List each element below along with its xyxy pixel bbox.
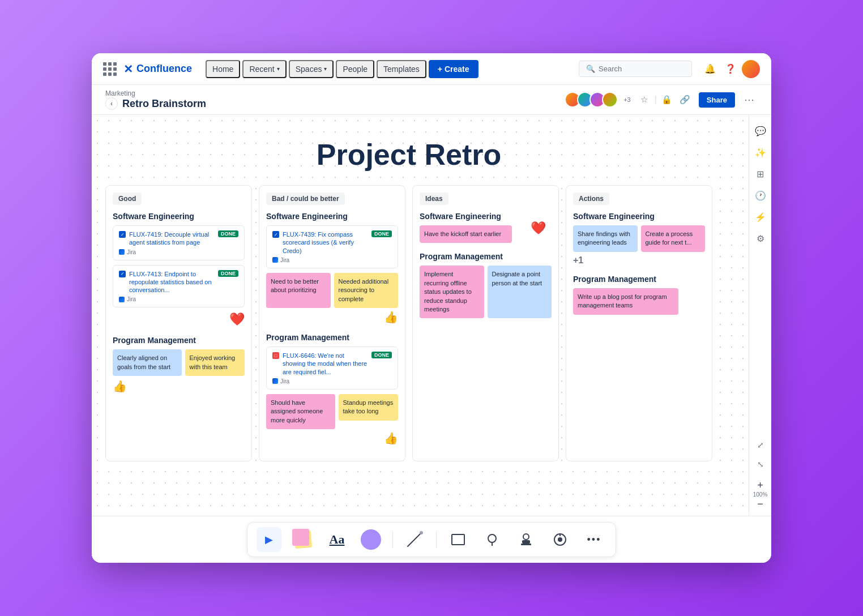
navbar-icons: 🔔 ❓ <box>701 60 760 78</box>
nav-spaces[interactable]: Spaces ▾ <box>289 60 334 78</box>
cursor-tool[interactable]: ▶ <box>257 527 281 552</box>
shape-tool[interactable] <box>358 527 383 552</box>
more-options-button[interactable]: ⋯ <box>741 91 758 108</box>
text-tool[interactable]: Aa <box>324 527 349 552</box>
column-ideas: Ideas Software Engineering Have the kick… <box>412 185 559 461</box>
toolbar-divider-1 <box>392 531 393 548</box>
jira-card-flux6646[interactable]: □ FLUX-6646: We're not showing the modal… <box>266 346 398 390</box>
jira-checkbox: □ <box>272 352 279 359</box>
jira-card-flux7413[interactable]: ✓ FLUX-7413: Endpoint to repopulate stat… <box>113 265 245 308</box>
confluence-logo-icon: ✕ <box>123 62 133 76</box>
svg-rect-2 <box>452 534 464 545</box>
lock-button[interactable]: 🔒 <box>659 92 675 108</box>
create-button[interactable]: + Create <box>429 60 479 78</box>
more-tools[interactable]: ••• <box>582 527 606 552</box>
nav-links: Home Recent ▾ Spaces ▾ People Templates … <box>206 60 574 78</box>
thumbs-reaction: 👍 <box>384 311 398 323</box>
notifications-button[interactable]: 🔔 <box>701 60 719 78</box>
sticky-note-blue-share: Share findings with engineering leads <box>573 225 638 252</box>
section-ideas-software: Software Engineering Have the kickoff st… <box>420 212 552 243</box>
sticky-note-yellow-enjoyed: Enjoyed working with this team <box>185 349 245 376</box>
stamp-tool[interactable] <box>514 527 539 552</box>
jira-icon <box>272 378 278 384</box>
share-button[interactable]: Share <box>699 92 735 108</box>
lasso-tool[interactable] <box>480 527 505 552</box>
canvas-area[interactable]: Project Retro Good Software Engineering … <box>92 115 749 516</box>
nav-templates[interactable]: Templates <box>377 60 426 78</box>
confluence-logo[interactable]: ✕ Confluence <box>123 62 192 76</box>
comment-sidebar-btn[interactable]: 💬 <box>751 122 770 140</box>
contract-btn[interactable]: ⤡ <box>753 456 768 472</box>
recent-dropdown-arrow: ▾ <box>277 66 280 72</box>
rectangle-tool[interactable] <box>446 527 471 552</box>
col-header-good: Good <box>113 192 142 205</box>
extra-collaborators-count: +3 <box>623 96 631 103</box>
help-button[interactable]: ❓ <box>721 60 740 78</box>
rectangle-icon <box>451 533 465 546</box>
jira-checkbox: ✓ <box>119 271 126 277</box>
svg-point-1 <box>420 531 423 534</box>
more-icon: ••• <box>587 534 601 546</box>
breadcrumb-collapse-btn[interactable]: ‹ <box>105 97 118 110</box>
column-actions: Actions Software Engineering Share findi… <box>566 185 712 461</box>
thumbs-reaction-2: 👍 <box>384 432 398 444</box>
jira-checkbox: ✓ <box>272 231 279 238</box>
jira-icon <box>272 257 278 263</box>
svg-rect-6 <box>521 544 531 545</box>
page-title: Project Retro <box>103 126 715 172</box>
sticky-note-pink-assigned: Should have assigned someone more quickl… <box>266 394 335 429</box>
zoom-out-btn[interactable]: − <box>757 499 763 509</box>
sticker-tool[interactable] <box>548 527 573 552</box>
sliders-sidebar-btn[interactable]: ⚙ <box>751 229 770 247</box>
right-sidebar: 💬 ✨ ⊞ 🕐 ⚡ ⚙ ⤢ ⤡ + 100% − <box>749 115 771 516</box>
sticky-note-tool[interactable] <box>290 527 315 552</box>
done-badge: DONE <box>371 230 392 237</box>
sticky-note-blue-goals: Clearly aligned on goals from the start <box>113 349 182 376</box>
col-header-bad: Bad / could be better <box>266 192 345 205</box>
link-button[interactable]: 🔗 <box>677 92 693 108</box>
jira-title: FLUX-7439: Fix compass scorecard issues … <box>283 230 368 255</box>
jira-card-flux7439[interactable]: ✓ FLUX-7439: Fix compass scorecard issue… <box>266 225 398 268</box>
logo-text: Confluence <box>136 63 192 75</box>
app-window: ✕ Confluence Home Recent ▾ Spaces ▾ Peop… <box>92 53 771 563</box>
jira-title: FLUX-7419: Decouple virtual agent statis… <box>129 230 215 247</box>
nav-people[interactable]: People <box>336 60 374 78</box>
breadcrumb-bar: Marketing ‹ Retro Brainstorm +3 ☆ | 🔒 🔗 … <box>92 85 771 115</box>
breadcrumb-left: Marketing ‹ Retro Brainstorm <box>105 89 206 110</box>
line-tool[interactable] <box>402 527 427 552</box>
star-button[interactable]: ☆ <box>636 92 652 108</box>
sticky-note-pink-blog: Write up a blog post for program managem… <box>573 288 678 315</box>
wand-sidebar-btn[interactable]: ⚡ <box>751 208 770 226</box>
breadcrumb-parent: Marketing <box>105 89 206 97</box>
section-title: Program Management <box>266 333 398 342</box>
clock-sidebar-btn[interactable]: 🕐 <box>751 186 770 204</box>
col-header-ideas: Ideas <box>420 192 448 205</box>
section-title: Program Management <box>420 252 552 261</box>
ideas-program-notes: Implement recurring offline status updat… <box>420 266 552 318</box>
sticky-front <box>292 529 309 546</box>
expand-btn[interactable]: ⤢ <box>753 437 768 453</box>
thumbs-reaction: 👍 <box>113 379 127 393</box>
jira-card-flux7419[interactable]: ✓ FLUX-7419: Decouple virtual agent stat… <box>113 225 245 260</box>
section-actions-software: Software Engineering Share findings with… <box>573 212 705 266</box>
table-sidebar-btn[interactable]: ⊞ <box>751 165 770 183</box>
section-title: Software Engineering <box>420 212 552 221</box>
reaction-plus1: +1 <box>573 255 705 266</box>
sticky-note-yellow-resourcing: Needed additional resourcing to complete <box>334 273 399 308</box>
main-area: Project Retro Good Software Engineering … <box>92 115 771 516</box>
sticky-note-pink-kickoff: Have the kickoff start earlier <box>420 225 512 243</box>
nav-recent[interactable]: Recent ▾ <box>242 60 286 78</box>
apps-menu-icon[interactable] <box>103 62 117 76</box>
shape-icon <box>361 529 381 550</box>
nav-home[interactable]: Home <box>206 60 240 78</box>
jira-title: FLUX-6646: We're not showing the modal w… <box>283 352 368 376</box>
user-avatar[interactable] <box>742 60 760 78</box>
jira-source: Jira <box>119 249 238 255</box>
section-actions-program: Program Management Write up a blog post … <box>573 275 705 315</box>
sparkle-sidebar-btn[interactable]: ✨ <box>751 143 770 161</box>
sticky-notes-col: Enjoyed working with this team <box>185 349 245 376</box>
zoom-in-btn[interactable]: + <box>757 480 763 490</box>
search-bar[interactable]: 🔍 Search <box>579 61 692 77</box>
section-good-software: Software Engineering ✓ FLUX-7419: Decoup… <box>113 212 245 327</box>
sticker-icon <box>553 532 567 547</box>
